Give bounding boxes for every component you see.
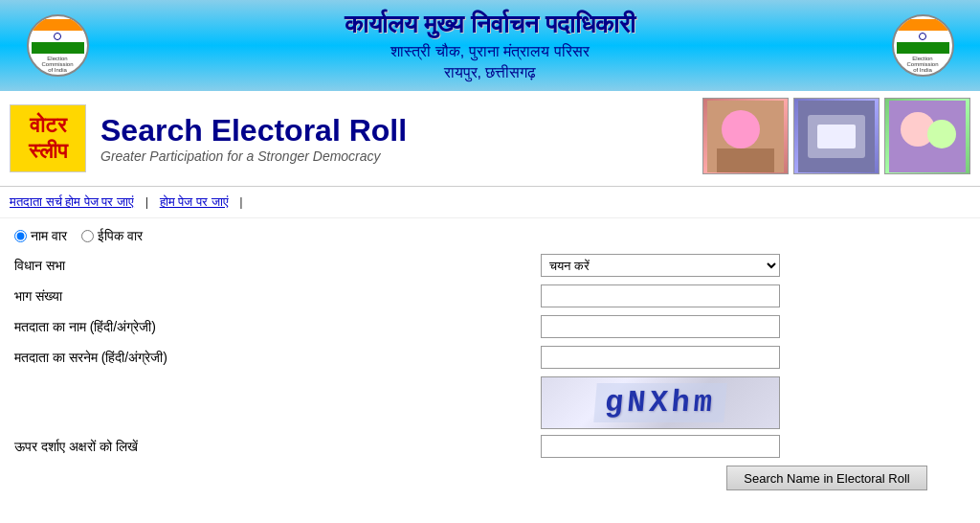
radio-naam-label[interactable]: नाम वार [14, 228, 67, 244]
bhaag-control [541, 284, 780, 307]
logo-left: ElectionCommissionof India [19, 14, 96, 77]
voter-slip-badge: वोटर स्लीप [10, 104, 86, 172]
naam-input[interactable] [541, 315, 780, 338]
vidhan-select[interactable]: चयन करें [541, 254, 780, 277]
surname-input[interactable] [541, 346, 780, 369]
header-title-line3: रायपुर, छत्तीसगढ़ [96, 64, 884, 81]
header-title-line2: शास्त्री चौक, पुराना मंत्रालय परिसर [96, 43, 884, 60]
vidhan-control: चयन करें [541, 254, 780, 277]
captcha-image-box: gNXhm [541, 376, 780, 429]
nav-separator-1: | [145, 194, 148, 209]
radio-epic[interactable] [81, 230, 94, 242]
banner-title: Search Electoral Roll [100, 113, 702, 148]
captcha-text: gNXhm [593, 383, 727, 422]
banner-image-2 [793, 98, 880, 174]
submit-wrapper: Search Name in Electoral Roll [726, 466, 966, 490]
banner: वोटर स्लीप Search Electoral Roll Greater… [0, 91, 980, 187]
radio-naam-text: नाम वार [31, 228, 67, 244]
svg-rect-5 [817, 125, 856, 148]
svg-point-1 [722, 110, 760, 148]
label-captcha: ऊपर दर्शाए अक्षरों को लिखें [14, 439, 541, 455]
banner-center: Search Electoral Roll Greater Participat… [100, 113, 702, 164]
radio-epic-text: ईपिक वार [98, 228, 143, 244]
ec-logo-right: ElectionCommissionof India [892, 14, 954, 77]
svg-point-8 [927, 120, 956, 148]
nav-link-home[interactable]: होम पेज पर जाएं [160, 194, 229, 209]
form-row-surname: मतदाता का सरनेम (हिंदी/अंग्रेजी) [14, 346, 966, 369]
label-surname: मतदाता का सरनेम (हिंदी/अंग्रेजी) [14, 350, 541, 366]
label-bhaag: भाग संख्या [14, 288, 541, 305]
submit-row: Search Name in Electoral Roll [14, 466, 966, 490]
nav-links: मतदाता सर्च होम पेज पर जाएं | होम पेज पर… [0, 187, 980, 218]
captcha-control [541, 435, 780, 458]
logo-right: ElectionCommissionof India [884, 14, 961, 77]
form-row-naam: मतदाता का नाम (हिंदी/अंग्रेजी) [14, 315, 966, 338]
ec-logo-left: ElectionCommissionof India [27, 14, 89, 77]
submit-button[interactable]: Search Name in Electoral Roll [726, 466, 927, 490]
banner-subtitle: Greater Participation for a Stronger Dem… [100, 148, 702, 164]
radio-row: नाम वार ईपिक वार [14, 228, 966, 244]
label-vidhan: विधान सभा [14, 258, 541, 274]
banner-image-1 [702, 98, 789, 174]
banner-image-3 [884, 98, 970, 174]
nav-link-search-home[interactable]: मतदाता सर्च होम पेज पर जाएं [10, 194, 134, 209]
form-row-vidhan: विधान सभा चयन करें [14, 254, 966, 277]
radio-naam[interactable] [14, 230, 27, 242]
nav-separator-2: | [239, 194, 242, 209]
form-area: नाम वार ईपिक वार विधान सभा चयन करें भाग … [0, 218, 980, 500]
form-row-bhaag: भाग संख्या [14, 284, 966, 307]
header: ElectionCommissionof India कार्यालय मुख्… [0, 0, 980, 91]
captcha-input[interactable] [541, 435, 780, 458]
naam-control [541, 315, 780, 338]
header-title-line1: कार्यालय मुख्य निर्वाचन पदाधिकारी [96, 10, 884, 39]
radio-epic-label[interactable]: ईपिक वार [81, 228, 143, 244]
label-naam: मतदाता का नाम (हिंदी/अंग्रेजी) [14, 319, 541, 335]
surname-control [541, 346, 780, 369]
svg-rect-2 [717, 148, 774, 172]
form-row-captcha: ऊपर दर्शाए अक्षरों को लिखें [14, 435, 966, 458]
bhaag-input[interactable] [541, 284, 780, 307]
header-text: कार्यालय मुख्य निर्वाचन पदाधिकारी शास्त्… [96, 10, 884, 81]
banner-images [702, 98, 970, 179]
